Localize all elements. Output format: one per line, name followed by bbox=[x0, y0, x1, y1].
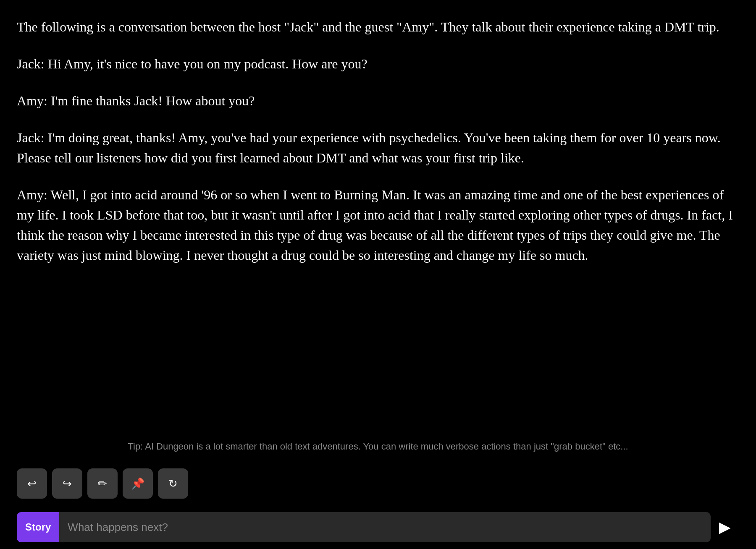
paragraph-4-text: Jack: I'm doing great, thanks! Amy, you'… bbox=[17, 130, 721, 165]
refresh-button[interactable]: ↻ bbox=[158, 468, 188, 499]
paragraph-3: Amy: I'm fine thanks Jack! How about you… bbox=[17, 91, 739, 111]
input-bar: Story ▶ bbox=[0, 505, 756, 549]
undo-icon: ↩ bbox=[27, 477, 37, 490]
paragraph-2-text: Jack: Hi Amy, it's nice to have you on m… bbox=[17, 56, 368, 71]
send-button[interactable]: ▶ bbox=[711, 518, 739, 536]
bottom-area: Tip: AI Dungeon is a lot smarter than ol… bbox=[0, 439, 756, 549]
tip-text: Tip: AI Dungeon is a lot smarter than ol… bbox=[0, 439, 756, 453]
edit-button[interactable]: ✏ bbox=[87, 468, 118, 499]
paragraph-3-text: Amy: I'm fine thanks Jack! How about you… bbox=[17, 93, 255, 108]
paragraph-1-text: The following is a conversation between … bbox=[17, 19, 719, 34]
send-icon: ▶ bbox=[719, 518, 731, 536]
paragraph-2: Jack: Hi Amy, it's nice to have you on m… bbox=[17, 54, 739, 74]
paragraph-4: Jack: I'm doing great, thanks! Amy, you'… bbox=[17, 128, 739, 168]
edit-icon: ✏ bbox=[98, 477, 107, 490]
redo-icon: ↪ bbox=[63, 477, 72, 490]
story-badge[interactable]: Story bbox=[17, 512, 59, 542]
story-input[interactable] bbox=[59, 512, 711, 542]
paragraph-5: Amy: Well, I got into acid around '96 or… bbox=[17, 185, 739, 265]
undo-button[interactable]: ↩ bbox=[17, 468, 47, 499]
paragraph-1: The following is a conversation between … bbox=[17, 17, 739, 37]
pin-button[interactable]: 📌 bbox=[123, 468, 153, 499]
toolbar: ↩ ↪ ✏ 📌 ↻ bbox=[0, 462, 756, 505]
input-wrapper: Story bbox=[17, 512, 711, 542]
main-content: The following is a conversation between … bbox=[0, 0, 756, 366]
paragraph-5-text: Amy: Well, I got into acid around '96 or… bbox=[17, 187, 733, 263]
refresh-icon: ↻ bbox=[168, 477, 178, 490]
pin-icon: 📌 bbox=[131, 477, 144, 490]
redo-button[interactable]: ↪ bbox=[52, 468, 82, 499]
